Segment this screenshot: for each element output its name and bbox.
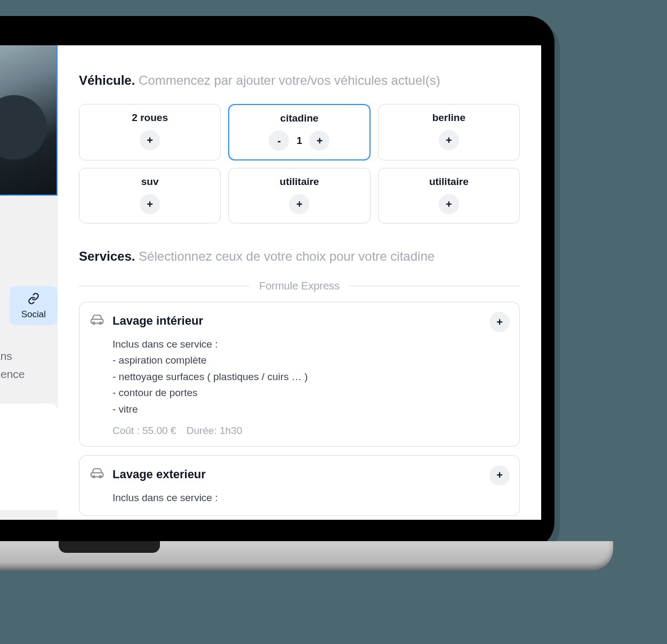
service-add-button[interactable]: + — [489, 465, 510, 486]
vehicle-card-utilitaire-2[interactable]: utilitaire + — [378, 168, 520, 223]
vehicle-add-button[interactable]: + — [289, 194, 309, 214]
experience-years-unit: Ans — [0, 350, 12, 362]
vehicle-label: utilitaire — [234, 176, 364, 188]
main-content: Véhicule. Commencez par ajouter votre/vo… — [58, 45, 541, 520]
service-meta: Coût : 55.00 € Durée: 1h30 — [89, 425, 509, 437]
vehicle-label: utilitaire — [384, 176, 514, 188]
vehicle-card-utilitaire-1[interactable]: utilitaire + — [228, 168, 370, 223]
service-title: Lavage exterieur — [112, 468, 206, 481]
vehicle-add-button[interactable]: + — [439, 130, 459, 150]
sidebar-card-peek — [0, 404, 58, 510]
service-cost: Coût : 55.00 € — [112, 425, 176, 436]
service-card-lavage-exterieur: Lavage exterieur + Inclus dans ce servic… — [79, 455, 520, 516]
vehicle-card-berline[interactable]: berline + — [378, 104, 520, 160]
service-description: Inclus dans ce service : - aspiration co… — [89, 336, 509, 417]
vehicle-add-button[interactable]: + — [439, 194, 459, 214]
vehicle-label: citadine — [235, 112, 364, 124]
vehicle-heading-strong: Véhicule. — [79, 73, 135, 87]
vehicle-grid: 2 roues + citadine - 1 + berline — [79, 104, 520, 223]
service-line: - aspiration complète — [112, 352, 509, 368]
laptop-notch — [59, 541, 160, 553]
service-card-lavage-interieur: Lavage intérieur + Inclus dans ce servic… — [79, 302, 520, 447]
services-group-divider: Formule Express — [79, 280, 520, 292]
service-duration: Durée: 1h30 — [187, 425, 243, 436]
service-intro: Inclus dans ce service : — [112, 490, 509, 506]
service-add-button[interactable]: + — [489, 312, 510, 332]
sidebar-tab-social[interactable]: Social — [10, 286, 58, 325]
services-group-label: Formule Express — [259, 280, 340, 292]
service-description: Inclus dans ce service : — [89, 490, 509, 506]
car-icon — [89, 312, 105, 330]
vehicle-card-suv[interactable]: suv + — [79, 168, 221, 223]
vehicle-add-button[interactable]: + — [140, 130, 160, 150]
service-line: - vitre — [112, 401, 509, 417]
vehicle-add-button[interactable]: + — [140, 194, 160, 214]
sidebar-tabs: Social — [0, 196, 58, 325]
services-heading-strong: Services. — [79, 249, 135, 263]
service-line: - nettoyage surfaces ( plastiques / cuir… — [112, 369, 509, 385]
vehicle-section-heading: Véhicule. Commencez par ajouter votre/vo… — [79, 71, 520, 90]
app-screen: Social 4Ans Expérience Véhicule. Commenc… — [0, 45, 541, 520]
vehicle-label: suv — [85, 176, 215, 188]
laptop-frame: Social 4Ans Expérience Véhicule. Commenc… — [0, 16, 555, 549]
services-section-heading: Services. Sélectionnez ceux de votre cho… — [79, 247, 520, 266]
vehicle-label: 2 roues — [85, 112, 215, 124]
service-intro: Inclus dans ce service : — [112, 336, 509, 352]
sidebar: Social 4Ans Expérience — [0, 45, 58, 520]
car-icon — [89, 465, 105, 484]
vehicle-label: berline — [384, 112, 514, 124]
vehicle-decrement-button[interactable]: - — [269, 131, 289, 151]
hero-image — [0, 45, 58, 196]
service-title: Lavage intérieur — [112, 314, 203, 328]
laptop-base — [0, 541, 613, 570]
vehicle-increment-button[interactable]: + — [309, 131, 330, 151]
sidebar-tab-label: Social — [21, 309, 46, 320]
services-heading-rest: Sélectionnez ceux de votre choix pour vo… — [139, 249, 435, 263]
service-line: - contour de portes — [112, 385, 509, 401]
vehicle-card-2roues[interactable]: 2 roues + — [79, 104, 221, 160]
experience-block: 4Ans Expérience — [0, 325, 58, 397]
vehicle-card-citadine[interactable]: citadine - 1 + — [228, 104, 370, 160]
experience-label: Expérience — [0, 366, 52, 382]
vehicle-heading-rest: Commencez par ajouter votre/vos véhicule… — [139, 73, 440, 87]
link-icon — [28, 293, 39, 307]
vehicle-quantity: 1 — [295, 135, 303, 147]
